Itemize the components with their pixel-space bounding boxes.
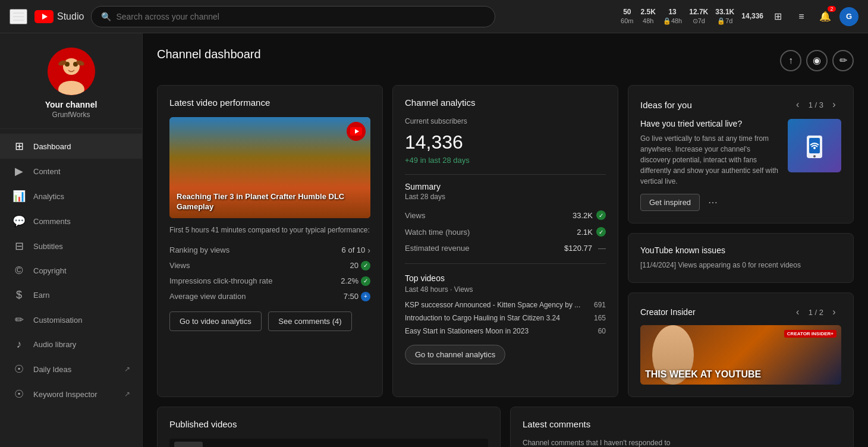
latest-comments-subtitle: Channel comments that I haven't responde… [523, 439, 841, 447]
sidebar-item-copyright[interactable]: © Copyright [0, 259, 142, 283]
sidebar-item-analytics[interactable]: 📊 Analytics [0, 184, 142, 209]
external-link-icon: ↗ [124, 390, 130, 398]
sidebar-item-label: Subtitles [33, 242, 63, 251]
analytics-views-row: Views 33.2K ✓ [405, 207, 606, 224]
svg-point-13 [813, 155, 816, 158]
channel-avatar[interactable] [48, 48, 95, 95]
live-button[interactable]: ◉ [806, 50, 828, 71]
sidebar-item-label: Earn [33, 291, 49, 300]
sidebar-nav: ⊞ Dashboard ▶ Content 📊 Analytics 💬 Comm… [0, 129, 142, 447]
top-videos-period: Last 48 hours · Views [405, 285, 606, 294]
sidebar-item-content[interactable]: ▶ Content [0, 159, 142, 184]
earn-icon: $ [12, 289, 26, 301]
sidebar-item-keyword-inspector[interactable]: ☉ Keyword Inspector ↗ [0, 382, 142, 407]
ideas-prev-button[interactable]: ‹ [791, 97, 805, 112]
known-issue-item: [11/4/2024] Views appearing as 0 for rec… [640, 260, 841, 270]
analytics-revenue-label: Estimated revenue [405, 244, 469, 253]
dashboard-icon: ⊞ [12, 140, 26, 153]
sidebar-item-label: Dashboard [33, 142, 71, 151]
video-thumbnail[interactable]: Reaching Tier 3 in Planet Crafter Humble… [169, 117, 370, 218]
customisation-icon: ✏ [12, 313, 26, 326]
sidebar-item-audio[interactable]: ♪ Audio library [0, 332, 142, 357]
idea-actions: Get inspired ⋯ [640, 194, 841, 211]
creator-insider-title: Creator Insider [640, 307, 696, 317]
sidebar-item-subtitles[interactable]: ⊟ Subtitles [0, 234, 142, 259]
bottom-grid: Published videos Unlocking the Nucleus G… [157, 407, 854, 447]
stat-50: 50 60m [621, 8, 633, 26]
views-row: Views 20 ✓ [169, 258, 370, 273]
stat-13: 13 🔒48h [663, 8, 682, 26]
known-issues-title: YouTube known issues [640, 245, 841, 255]
analytics-watchtime-row: Watch time (hours) 2.1K ✓ [405, 224, 606, 240]
search-icon: 🔍 [101, 12, 111, 21]
latest-video-title: Latest video performance [169, 97, 370, 108]
ctr-value: 2.2% ✓ [341, 276, 370, 286]
main-layout: Your channel GrunfWorks ⊞ Dashboard ▶ Co… [0, 33, 868, 447]
views-value: 20 ✓ [350, 261, 370, 270]
svg-point-14 [813, 147, 816, 149]
video-actions: Go to video analytics See comments (4) [169, 304, 370, 331]
search-bar[interactable]: 🔍 [91, 6, 495, 27]
creator-insider-card: Creator Insider ‹ 1 / 2 › THIS WEEK AT Y… [628, 292, 854, 397]
youtube-icon [34, 10, 54, 23]
top-video-2: Introduction to Cargo Hauling in Star Ci… [405, 311, 606, 325]
notif-badge: 2 [828, 6, 836, 12]
sidebar-item-earn[interactable]: $ Earn [0, 283, 142, 307]
latest-comments-card: Latest comments Channel comments that I … [510, 407, 854, 447]
perf-note: First 5 hours 41 minutes compared to you… [169, 225, 370, 235]
avatar-image [48, 48, 95, 95]
sidebar-item-daily-ideas[interactable]: ☉ Daily Ideas ↗ [0, 357, 142, 382]
analytics-revenue-val: $120.77 — [564, 244, 606, 253]
topbar-left: Studio [10, 9, 84, 24]
analytics-watchtime-label: Watch time (hours) [405, 228, 470, 237]
sub-change: +49 in last 28 days [405, 156, 606, 165]
top-video-1: KSP successor Announced - Kitten Space A… [405, 298, 606, 311]
avatar[interactable]: G [839, 7, 858, 26]
external-link-icon: ↗ [124, 365, 130, 373]
upload-button[interactable]: ↑ [780, 50, 801, 71]
comments-icon: 💬 [12, 215, 26, 228]
sidebar-item-label: Comments [33, 217, 71, 226]
notifications-btn[interactable]: 🔔 2 [816, 7, 835, 26]
go-to-channel-analytics-button[interactable]: Go to channel analytics [405, 345, 505, 364]
ideas-next-button[interactable]: › [827, 97, 841, 112]
creator-thumbnail[interactable]: THIS WEEK AT YOUTUBE CREATOR INSIDER+ [640, 325, 841, 385]
views-label: Views [169, 261, 190, 270]
sidebar-item-dashboard[interactable]: ⊞ Dashboard [0, 134, 142, 159]
logo: Studio [34, 10, 84, 23]
sidebar: Your channel GrunfWorks ⊞ Dashboard ▶ Co… [0, 33, 143, 447]
latest-video-card: Latest video performance Reaching Tier 3… [157, 85, 383, 397]
subscribers-count: 14,336 [405, 131, 606, 153]
sidebar-item-label: Audio library [33, 340, 76, 349]
go-to-video-analytics-button[interactable]: Go to video analytics [169, 311, 262, 331]
ctr-indicator: ✓ [361, 276, 370, 286]
stat-33-1k: 33.1K 🔒7d [715, 8, 734, 26]
analytics-revenue-row: Estimated revenue $120.77 — [405, 240, 606, 256]
ranking-row: Ranking by views 6 of 10 › [169, 243, 370, 258]
edit-button[interactable]: ✏ [832, 50, 854, 71]
sidebar-item-label: Keyword Inspector [33, 390, 98, 399]
idea-content: Have you tried vertical live? Go live ve… [640, 119, 841, 187]
sidebar-item-customisation[interactable]: ✏ Customisation [0, 307, 142, 332]
page-title: Channel dashboard [157, 48, 261, 61]
get-inspired-button[interactable]: Get inspired [640, 194, 700, 211]
idea-title: Have you tried vertical live? [640, 119, 781, 128]
analytics-views-label: Views [405, 211, 425, 220]
ranking-value: 6 of 10 › [342, 245, 370, 255]
revenue-neutral-icon: — [598, 244, 606, 253]
sidebar-item-label: Daily Ideas [33, 365, 71, 374]
menu-button[interactable] [10, 9, 27, 24]
creator-prev-button[interactable]: ‹ [791, 305, 805, 319]
avd-row: Average view duration 7:50 + [169, 289, 370, 304]
more-options-button[interactable]: ⋯ [705, 194, 721, 211]
sidebar-item-comments[interactable]: 💬 Comments [0, 209, 142, 234]
see-comments-button[interactable]: See comments (4) [268, 311, 351, 331]
apps-icon-btn[interactable]: ≡ [792, 7, 811, 26]
creator-next-button[interactable]: › [827, 305, 841, 319]
summary-period: Last 28 days [405, 193, 606, 201]
search-input[interactable] [116, 12, 485, 21]
grid-icon-btn[interactable]: ⊞ [768, 7, 787, 26]
copyright-icon: © [12, 265, 26, 277]
daily-ideas-icon: ☉ [12, 363, 26, 376]
topbar: Studio 🔍 50 60m 2.5K 48h 13 🔒48h 12.7K ⊙… [0, 0, 868, 33]
